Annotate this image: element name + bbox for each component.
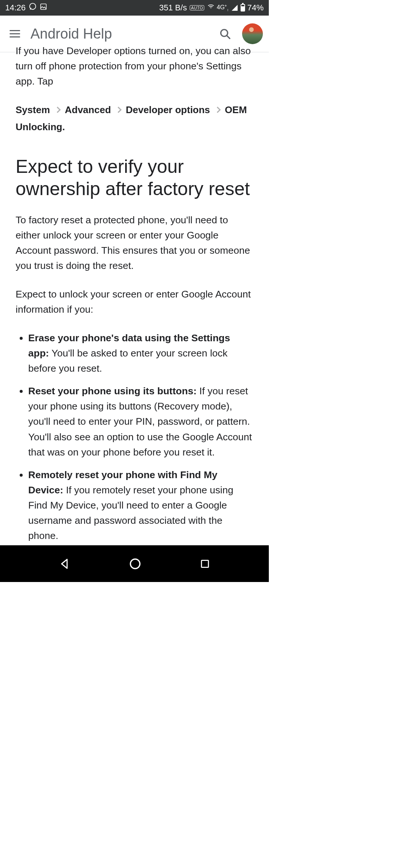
menu-button[interactable] <box>6 25 24 43</box>
list-item: Erase your phone's data using the Settin… <box>28 331 253 376</box>
image-icon <box>40 3 47 13</box>
svg-point-3 <box>130 559 140 569</box>
list-item: Remotely reset your phone with Find My D… <box>28 467 253 543</box>
home-button[interactable] <box>129 558 141 570</box>
intro-line2: off phone protection from your phone's S… <box>16 60 242 87</box>
recents-icon <box>200 559 210 569</box>
intro-paragraph: If you have Developer options turned on,… <box>16 43 253 89</box>
back-button[interactable] <box>59 558 71 570</box>
battery-percent: 74% <box>247 3 264 13</box>
back-icon <box>59 558 71 570</box>
status-right: 351 B/s AUTO 4G+↕ 74% <box>159 3 264 13</box>
svg-rect-4 <box>201 560 208 567</box>
status-left: 14:26 <box>5 3 47 13</box>
net-type: 4G+↕ <box>217 4 229 12</box>
breadcrumb-item: Developer options <box>126 102 210 117</box>
breadcrumb-item: OEM <box>225 102 247 117</box>
net-speed: 351 B/s <box>159 3 187 13</box>
breadcrumb-item: Advanced <box>65 102 111 117</box>
home-icon <box>129 558 141 570</box>
chevron-right-icon <box>54 107 61 113</box>
system-nav-bar <box>0 545 269 582</box>
status-bar: 14:26 351 B/s AUTO 4G+↕ 74% <box>0 0 269 16</box>
status-time: 14:26 <box>5 3 26 13</box>
wifi-icon <box>207 3 215 13</box>
paragraph: Expect to unlock your screen or enter Go… <box>16 287 253 317</box>
svg-point-2 <box>221 30 228 36</box>
chevron-right-icon <box>115 107 121 113</box>
battery-icon <box>241 4 245 11</box>
auto-badge: AUTO <box>190 5 204 10</box>
app-title: Android Help <box>30 26 216 42</box>
section-heading: Expect to verify your ownership after fa… <box>16 155 253 200</box>
list-item-title: Reset your phone using its buttons: <box>28 385 196 397</box>
avatar[interactable] <box>242 23 263 44</box>
verification-list: Erase your phone's data using the Settin… <box>16 331 253 543</box>
breadcrumb-last-wrap: Unlocking. <box>16 119 253 134</box>
hamburger-icon <box>9 27 21 40</box>
search-button[interactable] <box>216 25 234 43</box>
list-item: Reset your phone using its buttons: If y… <box>28 384 253 460</box>
paragraph: To factory reset a protected phone, you'… <box>16 213 253 273</box>
recents-button[interactable] <box>200 559 210 569</box>
chevron-right-icon <box>214 107 221 113</box>
svg-rect-1 <box>41 4 46 10</box>
signal-icon <box>232 5 238 11</box>
breadcrumb-item: System <box>16 102 50 117</box>
settings-breadcrumb: System Advanced Developer options OEM Un… <box>16 102 253 135</box>
whatsapp-icon <box>29 3 37 13</box>
article-content: If you have Developer options turned on,… <box>0 43 269 582</box>
search-icon <box>219 27 231 40</box>
list-item-body: You'll be asked to enter your screen loc… <box>28 348 228 374</box>
